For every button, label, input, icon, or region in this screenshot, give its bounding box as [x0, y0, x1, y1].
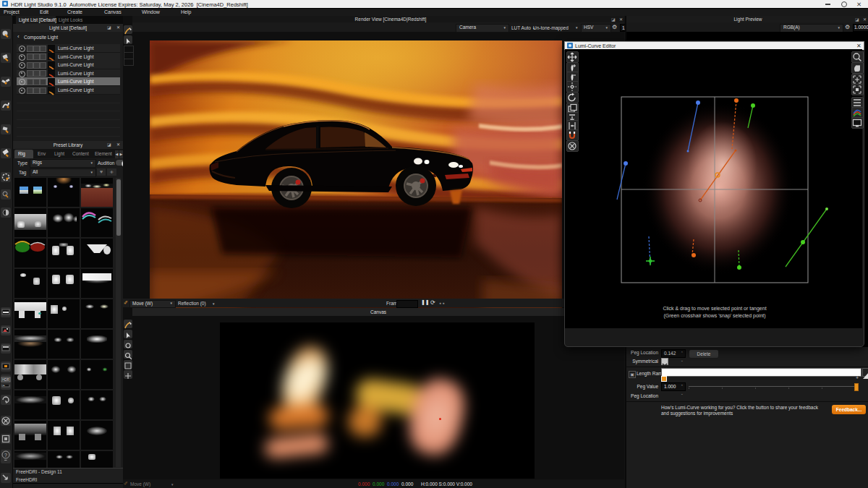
svg-text:?: ? — [4, 453, 7, 458]
svg-text:(Green crosshair shows 'snap': (Green crosshair shows 'snap' selected p… — [663, 313, 765, 319]
svg-text:Click & drag to move selected: Click & drag to move selected point or t… — [663, 306, 766, 312]
svg-text:HDR: HDR — [2, 378, 9, 382]
